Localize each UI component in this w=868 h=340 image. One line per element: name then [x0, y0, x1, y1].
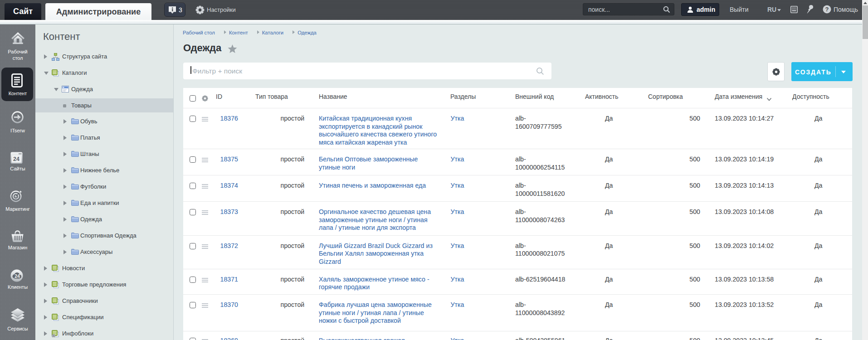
svg-text:?: ? [825, 6, 829, 13]
svg-text:24: 24 [15, 273, 20, 279]
svg-text:24: 24 [13, 156, 20, 162]
